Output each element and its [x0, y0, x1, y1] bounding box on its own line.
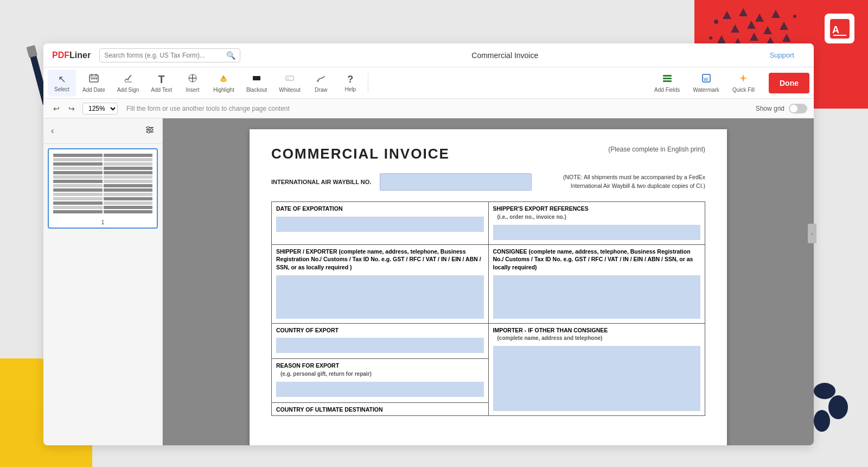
sidebar-pages: 1: [43, 144, 162, 445]
invoice-subtitle: (Please complete in English print): [608, 146, 705, 153]
country-destination-cell: COUNTRY OF ULTIMATE DESTINATION: [272, 403, 489, 416]
svg-rect-38: [253, 76, 260, 80]
tool-watermark[interactable]: W Watermark: [687, 70, 725, 97]
redo-button[interactable]: ↪: [65, 103, 78, 114]
country-export-input[interactable]: [276, 338, 484, 353]
search-icon[interactable]: 🔍: [226, 51, 235, 60]
tool-help[interactable]: ? Help: [336, 70, 365, 97]
highlight-label: Highlight: [213, 87, 234, 93]
sign-icon: [123, 73, 133, 86]
svg-point-49: [147, 127, 149, 129]
doc-title: Commercial Invoice: [240, 51, 769, 60]
svg-point-13: [714, 20, 718, 24]
deco-blobs: [808, 380, 852, 434]
shipper-export-ref-label: SHIPPER'S EXPORT REFERENCES(i.e., order …: [489, 202, 705, 223]
svg-marker-5: [747, 21, 756, 29]
undo-button[interactable]: ↩: [50, 103, 63, 114]
show-grid-control: Show grid: [756, 104, 807, 113]
add-text-label: Add Text: [151, 87, 172, 93]
page-thumbnail-1[interactable]: 1: [48, 148, 158, 229]
pdf-app-icon: A: [825, 14, 854, 43]
svg-point-24: [814, 410, 830, 432]
tool-add-date[interactable]: Add Date: [77, 70, 111, 97]
whiteout-label: Whiteout: [279, 87, 300, 93]
svg-point-15: [709, 36, 712, 40]
draw-icon: [316, 73, 326, 86]
invoice-header: COMMERCIAL INVOICE (Please complete in E…: [271, 146, 705, 162]
tool-quick-fill[interactable]: Quick Fill: [727, 70, 760, 97]
waybill-input[interactable]: [380, 173, 532, 191]
invoice-document: COMMERCIAL INVOICE (Please complete in E…: [250, 129, 727, 445]
invoice-title: COMMERCIAL INVOICE: [271, 146, 450, 162]
date-exportation-input[interactable]: [276, 217, 484, 232]
show-grid-toggle[interactable]: [789, 104, 807, 113]
svg-rect-36: [220, 79, 227, 81]
shipper-export-ref-input[interactable]: [493, 225, 701, 240]
shipper-exporter-cell: SHIPPER / EXPORTER (complete name, addre…: [272, 244, 489, 323]
pdf-viewer[interactable]: COMMERCIAL INVOICE (Please complete in E…: [163, 118, 814, 445]
consignee-label: CONSIGNEE (complete name, address, telep…: [489, 245, 705, 273]
svg-marker-0: [723, 11, 731, 19]
tool-add-text[interactable]: T Add Text: [145, 70, 177, 97]
svg-marker-3: [771, 10, 780, 18]
tool-whiteout[interactable]: Whiteout: [273, 70, 305, 97]
insert-icon: [188, 73, 197, 86]
done-button[interactable]: Done: [769, 73, 809, 93]
date-exportation-label: DATE OF EXPORTATION: [272, 202, 488, 214]
shipper-exporter-label: SHIPPER / EXPORTER (complete name, addre…: [272, 245, 488, 273]
svg-marker-1: [739, 8, 748, 16]
svg-rect-42: [663, 78, 672, 79]
tool-add-fields[interactable]: Add Fields: [649, 70, 685, 97]
cursor-icon: ↖: [58, 73, 66, 85]
svg-rect-31: [95, 78, 97, 79]
support-link[interactable]: Support: [769, 51, 794, 59]
importer-input[interactable]: [493, 346, 701, 411]
svg-rect-29: [91, 78, 93, 79]
toggle-knob: [790, 105, 797, 112]
sidebar-top: ‹: [43, 118, 162, 144]
date-exportation-cell: DATE OF EXPORTATION: [272, 202, 489, 245]
table-row-3: COUNTRY OF EXPORT IMPORTER - IF OTHER TH…: [272, 323, 705, 358]
undo-redo-group: ↩ ↪: [50, 103, 78, 114]
waybill-label: INTERNATIONAL AIR WAYBILL NO.: [271, 179, 371, 185]
tool-add-sign[interactable]: Add Sign: [112, 70, 145, 97]
svg-point-14: [793, 15, 796, 18]
add-sign-label: Add Sign: [117, 87, 139, 93]
quick-fill-icon: [738, 73, 748, 86]
shipper-export-ref-note: (i.e., order no., invoice no.): [493, 213, 571, 221]
blackout-icon: [252, 73, 261, 86]
svg-marker-6: [763, 26, 772, 34]
tool-insert[interactable]: Insert: [178, 70, 207, 97]
svg-rect-43: [663, 80, 672, 82]
waybill-row: INTERNATIONAL AIR WAYBILL NO. (NOTE: All…: [271, 173, 705, 191]
svg-point-23: [828, 395, 848, 419]
watermark-label: Watermark: [693, 87, 719, 93]
svg-rect-30: [93, 78, 95, 79]
watermark-icon: W: [701, 73, 711, 86]
svg-point-50: [150, 129, 152, 131]
show-grid-label: Show grid: [756, 105, 784, 112]
tool-highlight[interactable]: Highlight: [208, 70, 240, 97]
consignee-input[interactable]: [493, 275, 701, 319]
tool-draw[interactable]: Draw: [307, 70, 335, 97]
right-panel-toggle[interactable]: ›: [808, 224, 816, 243]
shipper-exporter-input[interactable]: [276, 275, 484, 319]
tool-blackout[interactable]: Blackout: [241, 70, 272, 97]
insert-label: Insert: [186, 87, 200, 93]
tool-select[interactable]: ↖ Select: [48, 70, 76, 97]
zoom-select[interactable]: 125% 50% 75% 100% 150% 200%: [82, 103, 118, 115]
search-input[interactable]: [104, 52, 226, 59]
search-bar[interactable]: 🔍: [99, 48, 240, 62]
importer-cell: IMPORTER - IF OTHER THAN CONSIGNEE(compl…: [488, 323, 705, 416]
svg-marker-10: [750, 33, 758, 41]
svg-rect-20: [27, 45, 38, 58]
reason-export-input[interactable]: [276, 382, 484, 397]
quick-fill-label: Quick Fill: [732, 87, 755, 93]
reason-export-cell: REASON FOR EXPORT(e.g. personal gift, re…: [272, 359, 489, 403]
add-fields-icon: [662, 73, 672, 86]
sidebar-settings-button[interactable]: [143, 123, 157, 139]
sidebar-collapse-button[interactable]: ‹: [49, 124, 56, 138]
logo-pdf: PDF: [52, 51, 69, 60]
shipper-export-ref-cell: SHIPPER'S EXPORT REFERENCES(i.e., order …: [488, 202, 705, 245]
country-destination-label: COUNTRY OF ULTIMATE DESTINATION: [272, 403, 488, 415]
